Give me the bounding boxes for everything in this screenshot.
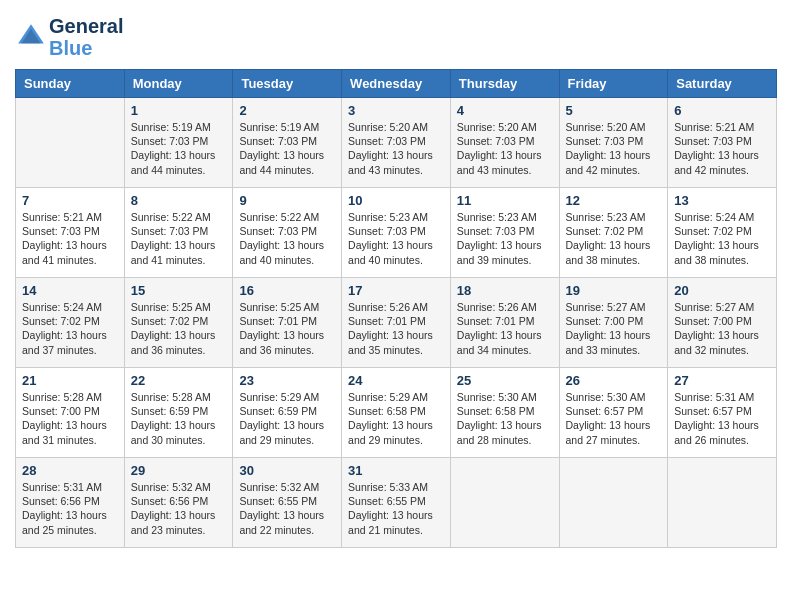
day-number: 29 [131,463,227,478]
cell-content: Sunrise: 5:30 AM Sunset: 6:58 PM Dayligh… [457,390,553,447]
day-number: 16 [239,283,335,298]
calendar-cell: 13Sunrise: 5:24 AM Sunset: 7:02 PM Dayli… [668,188,777,278]
day-number: 26 [566,373,662,388]
calendar-cell [559,458,668,548]
cell-content: Sunrise: 5:27 AM Sunset: 7:00 PM Dayligh… [674,300,770,357]
calendar-cell: 4Sunrise: 5:20 AM Sunset: 7:03 PM Daylig… [450,98,559,188]
day-number: 15 [131,283,227,298]
cell-content: Sunrise: 5:29 AM Sunset: 6:58 PM Dayligh… [348,390,444,447]
day-number: 7 [22,193,118,208]
cell-content: Sunrise: 5:31 AM Sunset: 6:57 PM Dayligh… [674,390,770,447]
day-number: 30 [239,463,335,478]
day-number: 25 [457,373,553,388]
day-number: 11 [457,193,553,208]
cell-content: Sunrise: 5:25 AM Sunset: 7:01 PM Dayligh… [239,300,335,357]
cell-content: Sunrise: 5:19 AM Sunset: 7:03 PM Dayligh… [239,120,335,177]
calendar-cell: 5Sunrise: 5:20 AM Sunset: 7:03 PM Daylig… [559,98,668,188]
day-number: 28 [22,463,118,478]
day-number: 14 [22,283,118,298]
calendar-table: SundayMondayTuesdayWednesdayThursdayFrid… [15,69,777,548]
cell-content: Sunrise: 5:23 AM Sunset: 7:03 PM Dayligh… [348,210,444,267]
cell-content: Sunrise: 5:24 AM Sunset: 7:02 PM Dayligh… [674,210,770,267]
cell-content: Sunrise: 5:29 AM Sunset: 6:59 PM Dayligh… [239,390,335,447]
day-number: 13 [674,193,770,208]
calendar-cell: 27Sunrise: 5:31 AM Sunset: 6:57 PM Dayli… [668,368,777,458]
calendar-cell: 31Sunrise: 5:33 AM Sunset: 6:55 PM Dayli… [342,458,451,548]
week-row-0: 1Sunrise: 5:19 AM Sunset: 7:03 PM Daylig… [16,98,777,188]
cell-content: Sunrise: 5:22 AM Sunset: 7:03 PM Dayligh… [239,210,335,267]
calendar-cell: 17Sunrise: 5:26 AM Sunset: 7:01 PM Dayli… [342,278,451,368]
calendar-cell: 30Sunrise: 5:32 AM Sunset: 6:55 PM Dayli… [233,458,342,548]
day-number: 8 [131,193,227,208]
cell-content: Sunrise: 5:25 AM Sunset: 7:02 PM Dayligh… [131,300,227,357]
calendar-cell [668,458,777,548]
cell-content: Sunrise: 5:21 AM Sunset: 7:03 PM Dayligh… [674,120,770,177]
weekday-tuesday: Tuesday [233,70,342,98]
day-number: 31 [348,463,444,478]
day-number: 4 [457,103,553,118]
cell-content: Sunrise: 5:20 AM Sunset: 7:03 PM Dayligh… [566,120,662,177]
weekday-friday: Friday [559,70,668,98]
cell-content: Sunrise: 5:23 AM Sunset: 7:03 PM Dayligh… [457,210,553,267]
cell-content: Sunrise: 5:32 AM Sunset: 6:55 PM Dayligh… [239,480,335,537]
cell-content: Sunrise: 5:26 AM Sunset: 7:01 PM Dayligh… [457,300,553,357]
calendar-cell: 16Sunrise: 5:25 AM Sunset: 7:01 PM Dayli… [233,278,342,368]
calendar-cell: 3Sunrise: 5:20 AM Sunset: 7:03 PM Daylig… [342,98,451,188]
calendar-cell: 26Sunrise: 5:30 AM Sunset: 6:57 PM Dayli… [559,368,668,458]
calendar-cell: 20Sunrise: 5:27 AM Sunset: 7:00 PM Dayli… [668,278,777,368]
cell-content: Sunrise: 5:26 AM Sunset: 7:01 PM Dayligh… [348,300,444,357]
calendar-cell: 23Sunrise: 5:29 AM Sunset: 6:59 PM Dayli… [233,368,342,458]
weekday-monday: Monday [124,70,233,98]
calendar-cell: 6Sunrise: 5:21 AM Sunset: 7:03 PM Daylig… [668,98,777,188]
weekday-wednesday: Wednesday [342,70,451,98]
calendar-cell: 9Sunrise: 5:22 AM Sunset: 7:03 PM Daylig… [233,188,342,278]
cell-content: Sunrise: 5:20 AM Sunset: 7:03 PM Dayligh… [348,120,444,177]
day-number: 22 [131,373,227,388]
calendar-cell: 15Sunrise: 5:25 AM Sunset: 7:02 PM Dayli… [124,278,233,368]
cell-content: Sunrise: 5:21 AM Sunset: 7:03 PM Dayligh… [22,210,118,267]
logo: GeneralBlue [15,15,123,59]
calendar-cell: 24Sunrise: 5:29 AM Sunset: 6:58 PM Dayli… [342,368,451,458]
calendar-cell: 7Sunrise: 5:21 AM Sunset: 7:03 PM Daylig… [16,188,125,278]
day-number: 5 [566,103,662,118]
calendar-cell: 2Sunrise: 5:19 AM Sunset: 7:03 PM Daylig… [233,98,342,188]
day-number: 23 [239,373,335,388]
day-number: 3 [348,103,444,118]
cell-content: Sunrise: 5:22 AM Sunset: 7:03 PM Dayligh… [131,210,227,267]
weekday-thursday: Thursday [450,70,559,98]
cell-content: Sunrise: 5:28 AM Sunset: 6:59 PM Dayligh… [131,390,227,447]
weekday-header-row: SundayMondayTuesdayWednesdayThursdayFrid… [16,70,777,98]
calendar-cell: 8Sunrise: 5:22 AM Sunset: 7:03 PM Daylig… [124,188,233,278]
day-number: 17 [348,283,444,298]
day-number: 20 [674,283,770,298]
cell-content: Sunrise: 5:30 AM Sunset: 6:57 PM Dayligh… [566,390,662,447]
cell-content: Sunrise: 5:31 AM Sunset: 6:56 PM Dayligh… [22,480,118,537]
cell-content: Sunrise: 5:24 AM Sunset: 7:02 PM Dayligh… [22,300,118,357]
calendar-cell: 22Sunrise: 5:28 AM Sunset: 6:59 PM Dayli… [124,368,233,458]
calendar-cell [450,458,559,548]
weekday-saturday: Saturday [668,70,777,98]
day-number: 9 [239,193,335,208]
week-row-4: 28Sunrise: 5:31 AM Sunset: 6:56 PM Dayli… [16,458,777,548]
cell-content: Sunrise: 5:23 AM Sunset: 7:02 PM Dayligh… [566,210,662,267]
calendar-cell: 10Sunrise: 5:23 AM Sunset: 7:03 PM Dayli… [342,188,451,278]
day-number: 21 [22,373,118,388]
calendar-cell: 28Sunrise: 5:31 AM Sunset: 6:56 PM Dayli… [16,458,125,548]
calendar-cell: 11Sunrise: 5:23 AM Sunset: 7:03 PM Dayli… [450,188,559,278]
calendar-cell: 25Sunrise: 5:30 AM Sunset: 6:58 PM Dayli… [450,368,559,458]
day-number: 18 [457,283,553,298]
weekday-sunday: Sunday [16,70,125,98]
cell-content: Sunrise: 5:20 AM Sunset: 7:03 PM Dayligh… [457,120,553,177]
week-row-1: 7Sunrise: 5:21 AM Sunset: 7:03 PM Daylig… [16,188,777,278]
day-number: 2 [239,103,335,118]
page-header: GeneralBlue [15,15,777,59]
week-row-2: 14Sunrise: 5:24 AM Sunset: 7:02 PM Dayli… [16,278,777,368]
calendar-cell: 29Sunrise: 5:32 AM Sunset: 6:56 PM Dayli… [124,458,233,548]
day-number: 10 [348,193,444,208]
calendar-cell: 21Sunrise: 5:28 AM Sunset: 7:00 PM Dayli… [16,368,125,458]
cell-content: Sunrise: 5:33 AM Sunset: 6:55 PM Dayligh… [348,480,444,537]
cell-content: Sunrise: 5:32 AM Sunset: 6:56 PM Dayligh… [131,480,227,537]
cell-content: Sunrise: 5:28 AM Sunset: 7:00 PM Dayligh… [22,390,118,447]
logo-text: GeneralBlue [49,15,123,59]
calendar-cell [16,98,125,188]
